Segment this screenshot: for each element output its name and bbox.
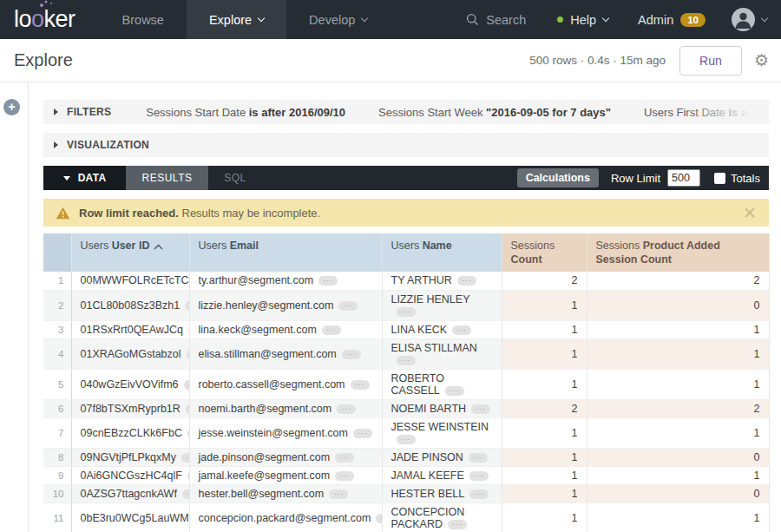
cell-sessions-count[interactable]: 2 [502, 272, 587, 290]
cell-menu-icon[interactable]: ··· [457, 276, 476, 286]
user-menu[interactable] [719, 8, 767, 31]
column-header-name[interactable]: Users Name [382, 233, 502, 272]
cell-menu-icon[interactable]: ··· [338, 301, 358, 311]
cell-product-added-session-count[interactable]: 1 [587, 338, 769, 369]
cell-name[interactable]: HESTER BELL··· [382, 484, 502, 502]
cell-product-added-session-count[interactable]: 2 [587, 399, 769, 417]
filters-bar[interactable]: FILTERS Sessions Start Date is after 201… [43, 100, 769, 124]
row-limit-input[interactable] [667, 169, 700, 187]
cell-user-id[interactable]: 07f8bTSXmRyprb1R··· [71, 399, 189, 417]
cell-sessions-count[interactable]: 1 [502, 448, 587, 466]
cell-email[interactable]: noemi.barth@segment.com··· [189, 399, 382, 417]
cell-menu-icon[interactable]: ··· [397, 356, 416, 365]
cell-menu-icon[interactable]: ··· [452, 325, 471, 335]
help-menu[interactable]: Help [541, 13, 624, 27]
cell-sessions-count[interactable]: 1 [502, 484, 587, 502]
cell-name[interactable]: LINA KECK··· [382, 320, 502, 338]
cell-email[interactable]: ty.arthur@segment.com··· [189, 272, 382, 290]
cell-sessions-count[interactable]: 1 [502, 502, 587, 532]
cell-menu-icon[interactable]: ··· [448, 520, 467, 529]
cell-menu-icon[interactable]: ··· [322, 325, 341, 335]
cell-product-added-session-count[interactable]: 1 [587, 369, 769, 399]
cell-sessions-count[interactable]: 1 [502, 320, 587, 338]
run-button[interactable]: Run [679, 46, 742, 76]
cell-menu-icon[interactable]: ··· [397, 435, 416, 444]
column-header-count[interactable]: Sessions Count [502, 233, 587, 272]
cell-menu-icon[interactable]: ··· [342, 350, 361, 359]
cell-user-id[interactable]: 09NGVtjPfLPkqxMy··· [71, 448, 189, 466]
nav-item-explore[interactable]: Explore [187, 0, 286, 39]
cell-user-id[interactable]: 040wGzEivVOVifm6··· [71, 369, 189, 399]
nav-item-develop[interactable]: Develop [286, 0, 390, 39]
cell-menu-icon[interactable]: ··· [469, 471, 489, 481]
cell-name[interactable]: ROBERTO CASSELL··· [382, 369, 502, 399]
cell-product-added-session-count[interactable]: 1 [587, 502, 769, 532]
cell-user-id[interactable]: 09cnEBzzCLKk6FbC··· [71, 417, 189, 448]
cell-menu-icon[interactable]: ··· [445, 386, 464, 396]
cell-name[interactable]: JAMAL KEEFE··· [382, 466, 502, 484]
totals-checkbox[interactable] [714, 173, 725, 184]
cell-user-id[interactable]: 01XRAGoMGstabzol··· [71, 338, 189, 369]
cell-email[interactable]: jade.pinson@segment.com··· [189, 448, 382, 466]
tab-data[interactable]: DATA [43, 166, 126, 190]
column-header-user-id[interactable]: Users User ID [71, 233, 189, 272]
cell-user-id[interactable]: 0Ai6GNCGszHC4qlF··· [71, 466, 189, 484]
cell-product-added-session-count[interactable]: 2 [587, 272, 769, 290]
cell-menu-icon[interactable]: ··· [329, 489, 348, 499]
cell-menu-icon[interactable]: ··· [397, 307, 416, 317]
cell-product-added-session-count[interactable]: 0 [587, 448, 769, 466]
cell-product-added-session-count[interactable]: 1 [587, 417, 769, 448]
cell-email[interactable]: lizzie.henley@segment.com··· [189, 290, 382, 320]
cell-sessions-count[interactable]: 1 [502, 369, 587, 399]
cell-email[interactable]: roberto.cassell@segment.com··· [189, 369, 382, 399]
cell-menu-icon[interactable]: ··· [376, 514, 382, 523]
cell-name[interactable]: ELISA STILLMAN··· [382, 338, 502, 369]
cell-menu-icon[interactable]: ··· [182, 489, 189, 499]
cell-user-id[interactable]: 01CL80b08Sz3Bzh1··· [71, 290, 189, 320]
cell-menu-icon[interactable]: ··· [186, 404, 189, 414]
cell-sessions-count[interactable]: 1 [502, 290, 587, 320]
tab-sql[interactable]: SQL [208, 166, 262, 190]
cell-menu-icon[interactable]: ··· [335, 471, 354, 481]
cell-email[interactable]: jesse.weinstein@segment.com··· [189, 417, 382, 448]
cell-menu-icon[interactable]: ··· [181, 453, 189, 463]
cell-menu-icon[interactable]: ··· [187, 350, 189, 359]
cell-name[interactable]: TY ARTHUR··· [382, 272, 502, 290]
cell-user-id[interactable]: 00MWWFOLRcETcTCf··· [71, 272, 189, 290]
looker-logo[interactable]: looker [0, 0, 100, 39]
add-field-button[interactable]: + [3, 99, 20, 115]
cell-product-added-session-count[interactable]: 1 [587, 320, 769, 338]
admin-menu[interactable]: Admin 10 [624, 13, 719, 27]
cell-product-added-session-count[interactable]: 0 [587, 290, 769, 320]
cell-menu-icon[interactable]: ··· [353, 429, 372, 438]
cell-sessions-count[interactable]: 1 [502, 338, 587, 369]
cell-menu-icon[interactable]: ··· [337, 404, 356, 414]
cell-user-id[interactable]: 0AZSG7ttagcnkAWf··· [71, 484, 189, 502]
cell-sessions-count[interactable]: 1 [502, 466, 587, 484]
nav-item-browse[interactable]: Browse [100, 0, 187, 39]
cell-product-added-session-count[interactable]: 1 [587, 466, 769, 484]
column-header-product-added-session-count[interactable]: Sessions Product Added Session Count [587, 233, 769, 272]
visualization-bar[interactable]: VISUALIZATION [43, 133, 769, 157]
cell-name[interactable]: JADE PINSON··· [382, 448, 502, 466]
cell-name[interactable]: LIZZIE HENLEY··· [382, 290, 502, 320]
cell-name[interactable]: NOEMI BARTH··· [382, 399, 502, 417]
calculations-button[interactable]: Calculations [517, 168, 599, 187]
cell-product-added-session-count[interactable]: 0 [587, 484, 769, 502]
cell-sessions-count[interactable]: 2 [502, 399, 587, 417]
cell-menu-icon[interactable]: ··· [185, 301, 189, 311]
tab-results[interactable]: RESULTS [126, 166, 208, 190]
cell-email[interactable]: elisa.stillman@segment.com··· [189, 338, 382, 369]
cell-menu-icon[interactable]: ··· [335, 453, 354, 463]
cell-email[interactable]: concepcion.packard@segment.com··· [189, 502, 382, 532]
cell-menu-icon[interactable]: ··· [184, 380, 189, 390]
cell-menu-icon[interactable]: ··· [351, 380, 370, 390]
cell-sessions-count[interactable]: 1 [502, 417, 587, 448]
cell-email[interactable]: hester.bell@segment.com··· [189, 484, 382, 502]
close-icon[interactable]: ✕ [743, 205, 757, 221]
cell-user-id[interactable]: 01RSxRrt0QEAwJCq··· [71, 320, 189, 338]
cell-name[interactable]: CONCEPCION PACKARD··· [382, 502, 502, 532]
cell-menu-icon[interactable]: ··· [469, 453, 488, 463]
cell-menu-icon[interactable]: ··· [469, 489, 489, 499]
cell-user-id[interactable]: 0bE3ru0WCg5LauWM··· [71, 502, 189, 532]
